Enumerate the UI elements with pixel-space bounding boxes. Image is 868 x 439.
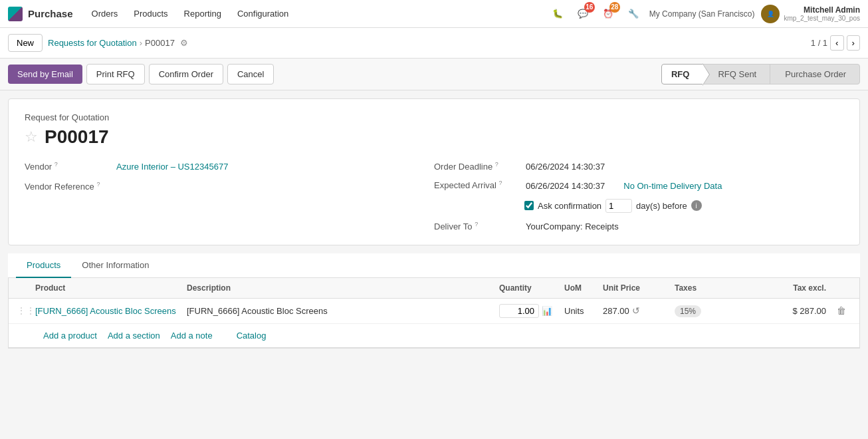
form-title: Request for Quotation [25,112,843,122]
breadcrumb-current: P00017 [145,38,175,48]
taxes-cell: 15% [675,306,754,316]
print-rfq-button[interactable]: Print RFQ [86,64,145,84]
add-product-link[interactable]: Add a product [43,331,97,341]
chart-icon[interactable]: 📊 [542,306,552,316]
deliver-to-label: Deliver To ? [434,221,520,231]
clock-badge: 28 [609,2,620,13]
bottom-spacer [0,349,868,402]
vendor-ref-label: Vendor Reference ? [25,181,111,192]
order-deadline-row: Order Deadline ? 06/26/2024 14:30:37 [434,161,843,172]
company-name: My Company (San Francisco) [649,9,755,19]
vendor-ref-input[interactable] [116,180,249,194]
add-section-link[interactable]: Add a section [108,331,160,341]
bug-icon: 🐛 [552,9,563,19]
product-name[interactable]: [FURN_6666] Acoustic Bloc Screens [35,306,181,316]
app-logo [8,7,23,21]
record-counter: 1 / 1 [811,38,827,48]
vendor-ref-row: Vendor Reference ? [25,180,434,194]
status-purchase-order[interactable]: Purchase Order [770,64,860,84]
bug-button[interactable]: 🐛 [548,5,567,23]
form-container: Request for Quotation ☆ P00017 Vendor ? … [8,98,860,245]
tab-other-info[interactable]: Other Information [71,253,160,278]
ask-confirmation-label: Ask confirmation [538,201,601,211]
no-delivery-link[interactable]: No On-time Delivery Data [623,181,722,191]
record-id: P00017 [45,126,109,148]
expected-arrival-label: Expected Arrival ? [434,180,520,190]
wrench-icon: 🔧 [628,9,639,19]
clock-button[interactable]: ⏰ 28 [599,5,617,23]
uom-value[interactable]: Units [564,306,597,316]
settings-button[interactable]: 🔧 [624,5,643,23]
order-deadline-value[interactable]: 06/26/2024 14:30:37 [526,162,605,172]
action-bar: Send by Email Print RFQ Confirm Order Ca… [0,59,868,90]
logo-icon [8,7,23,21]
menu-orders[interactable]: Orders [84,0,126,28]
user-name: Mitchell Admin [784,5,860,15]
products-table: Product Description Quantity UoM Unit Pr… [8,278,860,349]
vendor-label: Vendor ? [25,161,111,172]
app-name[interactable]: Purchase [28,8,73,19]
new-button[interactable]: New [8,34,43,52]
add-product-row: Add a product Add a section Add a note C… [9,324,859,348]
favorite-star-icon[interactable]: ☆ [25,128,38,146]
add-note-link[interactable]: Add a note [171,331,213,341]
tabs-container: Products Other Information [8,253,860,278]
tab-products[interactable]: Products [16,253,71,278]
status-rfq[interactable]: RFQ [661,64,703,84]
quantity-input[interactable] [499,304,539,318]
tax-badge[interactable]: 15% [675,305,701,317]
gear-icon[interactable]: ⚙ [180,38,188,48]
order-deadline-label: Order Deadline ? [434,161,520,172]
tabs: Products Other Information [8,253,860,278]
breadcrumb-separator: › [140,38,142,48]
company-selector[interactable]: My Company (San Francisco) [649,9,755,19]
messages-badge: 16 [584,2,595,13]
avatar: 👤 [761,5,780,23]
main-content: Request for Quotation ☆ P00017 Vendor ? … [0,90,868,438]
breadcrumb-bar: New Requests for Quotation › P00017 ⚙ 1 … [0,28,868,59]
prev-record-button[interactable]: ‹ [830,35,843,51]
quantity-cell: 📊 [499,304,559,318]
breadcrumb: Requests for Quotation › P00017 ⚙ [48,38,188,48]
drag-handle-icon[interactable]: ⋮⋮ [17,305,30,316]
catalog-link[interactable]: Catalog [237,331,267,341]
status-rfq-sent[interactable]: RFQ Sent [703,64,770,84]
form-left: Vendor ? Azure Interior – US12345677 Ven… [25,161,434,231]
col-quantity: Quantity [499,283,559,293]
top-nav: Purchase Orders Products Reporting Confi… [0,0,868,28]
vendor-value[interactable]: Azure Interior – US12345677 [116,162,228,172]
user-menu[interactable]: 👤 Mitchell Admin kmp_2_test_may_30_pos [761,5,860,23]
col-taxes: Taxes [675,283,754,293]
ask-confirmation-row: Ask confirmation day(s) before i [434,199,843,213]
unit-price-cell: 287.00 ↺ [603,305,669,316]
table-row: ⋮⋮ [FURN_6666] Acoustic Bloc Screens [FU… [9,299,859,324]
avatar-initials: 👤 [767,11,774,17]
status-flow: RFQ RFQ Sent Purchase Order [661,64,860,84]
form-fields: Vendor ? Azure Interior – US12345677 Ven… [25,161,843,231]
messages-button[interactable]: 💬 16 [574,5,592,23]
col-tax-excl: Tax excl. [760,283,826,293]
tax-excl-value: $ 287.00 [760,306,826,316]
info-icon[interactable]: i [691,200,702,211]
reset-icon[interactable]: ↺ [632,305,640,316]
menu-reporting[interactable]: Reporting [176,0,229,28]
breadcrumb-parent[interactable]: Requests for Quotation [48,38,137,48]
main-menu: Orders Products Reporting Configuration [84,0,297,28]
table-header: Product Description Quantity UoM Unit Pr… [9,278,859,299]
menu-configuration[interactable]: Configuration [229,0,296,28]
unit-price-value[interactable]: 287.00 [603,306,629,316]
send-email-button[interactable]: Send by Email [8,65,82,84]
ask-confirmation-checkbox[interactable] [524,201,534,210]
col-uom: UoM [564,283,597,293]
ask-confirmation-days-input[interactable] [605,199,632,213]
user-info: Mitchell Admin kmp_2_test_may_30_pos [784,5,860,22]
cancel-button[interactable]: Cancel [227,64,274,84]
confirm-order-button[interactable]: Confirm Order [149,64,223,84]
record-navigation: 1 / 1 ‹ › [811,35,860,51]
expected-arrival-value[interactable]: 06/26/2024 14:30:37 [526,181,605,191]
form-ref: ☆ P00017 [25,126,843,148]
nav-right: 🐛 💬 16 ⏰ 28 🔧 My Company (San Francisco)… [548,5,860,23]
delete-row-button[interactable]: 🗑 [831,304,851,317]
next-record-button[interactable]: › [847,35,860,51]
menu-products[interactable]: Products [126,0,175,28]
